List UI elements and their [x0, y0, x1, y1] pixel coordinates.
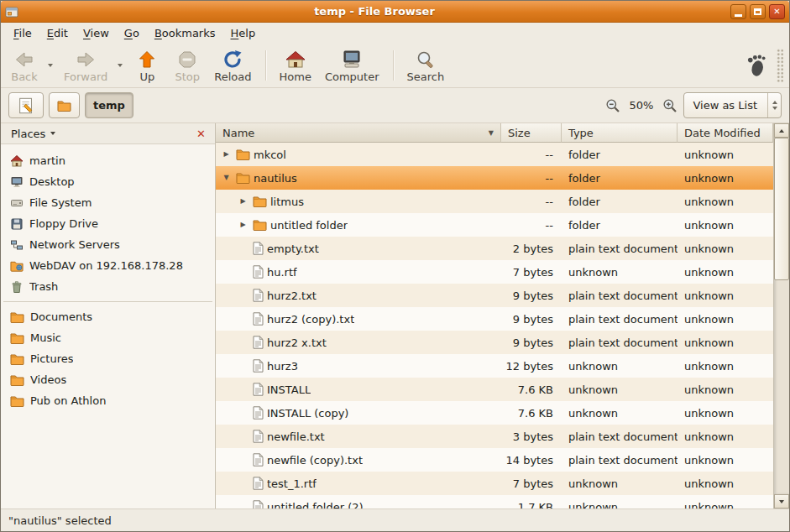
computer-icon: [342, 50, 362, 70]
sidebar-item-file-system[interactable]: File System: [1, 192, 215, 213]
toggle-location-entry-button[interactable]: [8, 92, 44, 118]
file-row-untitled-folder[interactable]: ▶untitled folder--folderunknown: [216, 213, 773, 237]
folder-icon: [253, 196, 267, 207]
expander-collapsed-icon[interactable]: ▶: [237, 222, 249, 228]
file-name: newfile (copy).txt: [267, 454, 363, 467]
sidebar-item-martin[interactable]: martin: [1, 150, 215, 171]
file-name-cell: newfile (copy).txt: [216, 448, 501, 472]
file-size: 7.6 KB: [501, 401, 562, 425]
sidebar-item-trash[interactable]: Trash: [1, 276, 215, 297]
menu-file[interactable]: File: [6, 24, 39, 42]
file-type: unknown: [562, 401, 678, 425]
scrollbar-thumb[interactable]: [774, 138, 789, 280]
sidebar-item-music[interactable]: Music: [1, 327, 215, 348]
file-row-empty-txt[interactable]: empty.txt2 bytesplain text documentunkno…: [216, 237, 773, 260]
file-row-hurz2-copy-txt[interactable]: hurz2 (copy).txt9 bytesplain text docume…: [216, 307, 773, 331]
places-selector[interactable]: Places: [8, 126, 59, 142]
sidebar-item-floppy-drive[interactable]: Floppy Drive: [1, 213, 215, 234]
network-icon: [10, 238, 24, 252]
file-row-hu-rtf[interactable]: hu.rtf7 bytesunknownunknown: [216, 260, 773, 284]
file-type: plain text document: [562, 307, 678, 331]
forward-button[interactable]: Forward: [57, 45, 114, 86]
file-type: folder: [562, 213, 678, 237]
close-button[interactable]: ✕: [769, 4, 785, 19]
menu-help[interactable]: Help: [223, 24, 264, 42]
file-size: --: [501, 213, 562, 237]
file-row-nautilus[interactable]: ▼nautilus--folderunknown: [216, 166, 773, 190]
view-mode-combo[interactable]: View as List: [683, 92, 782, 118]
stop-icon: [177, 50, 197, 70]
toolbar-button-label: Up: [139, 71, 154, 82]
back-history-dropdown[interactable]: [44, 54, 55, 78]
file-row-install[interactable]: INSTALL7.6 KBunknownunknown: [216, 378, 773, 401]
maximize-button[interactable]: [750, 4, 766, 19]
sort-indicator-icon: ▼: [484, 129, 494, 137]
menu-view[interactable]: View: [76, 24, 117, 42]
file-list-body: ▶mkcol--folderunknown▼nautilus--folderun…: [216, 143, 773, 509]
expander-expanded-icon[interactable]: ▼: [220, 175, 233, 181]
path-current-button[interactable]: temp: [85, 92, 133, 118]
file-row-litmus[interactable]: ▶litmus--folderunknown: [216, 190, 773, 213]
file-modified: unknown: [678, 284, 773, 307]
column-header-name[interactable]: Name▼: [216, 123, 501, 143]
toolbar-button-label: Home: [280, 71, 311, 82]
toolbar-separator: [393, 50, 394, 81]
file-name-cell: test_1.rtf: [216, 472, 501, 495]
back-button[interactable]: Back: [4, 45, 44, 86]
reload-button[interactable]: Reload: [207, 45, 258, 86]
sidebar-item-webdav-on-192-168-178-28[interactable]: WebDAV on 192.168.178.28: [1, 255, 215, 276]
file-row-test-1-rtf[interactable]: test_1.rtf7 bytesunknownunknown: [216, 472, 773, 495]
file-modified: unknown: [678, 401, 773, 425]
column-header-size[interactable]: Size: [501, 123, 562, 143]
file-size: 2 bytes: [501, 237, 562, 260]
text-file-icon: [253, 383, 264, 396]
file-row-newfile-txt[interactable]: newfile.txt3 bytesplain text documentunk…: [216, 425, 773, 448]
zoom-in-button[interactable]: [662, 97, 678, 114]
expander-collapsed-icon[interactable]: ▶: [237, 198, 249, 205]
file-name: hurz2.txt: [267, 289, 317, 302]
scroll-up-button[interactable]: [774, 123, 789, 138]
up-button[interactable]: Up: [127, 45, 167, 86]
file-name: hu.rtf: [267, 266, 297, 279]
column-header-date-modified[interactable]: Date Modified: [678, 123, 773, 143]
search-icon: [416, 50, 436, 70]
scroll-down-button[interactable]: [774, 494, 789, 509]
search-button[interactable]: Search: [400, 45, 452, 86]
sidebar-item-videos[interactable]: Videos: [1, 369, 215, 390]
file-row-untitled-folder-2[interactable]: untitled folder (2)1.7 KBunknownunknown: [216, 495, 773, 509]
file-row-hurz2-x-txt[interactable]: hurz2 x.txt9 bytesplain text documentunk…: [216, 331, 773, 354]
sidebar-item-network-servers[interactable]: Network Servers: [1, 234, 215, 255]
toolbar-grip-handle[interactable]: [776, 48, 783, 83]
sidebar-item-label: Videos: [30, 373, 66, 386]
stop-button[interactable]: Stop: [167, 45, 207, 86]
file-row-hurz3[interactable]: hurz312 bytesunknownunknown: [216, 354, 773, 378]
computer-button[interactable]: Computer: [318, 45, 386, 86]
file-row-newfile-copy-txt[interactable]: newfile (copy).txt14 bytesplain text doc…: [216, 448, 773, 472]
file-name-cell: ▶litmus: [216, 190, 501, 213]
menu-go[interactable]: Go: [117, 24, 147, 42]
back-arrow-icon: [13, 50, 35, 70]
file-modified: unknown: [678, 425, 773, 448]
sidebar-item-pub-on-athlon[interactable]: Pub on Athlon: [1, 390, 215, 411]
titlebar[interactable]: temp - File Browser ✕: [1, 1, 789, 23]
file-row-hurz2-txt[interactable]: hurz2.txt9 bytesplain text documentunkno…: [216, 284, 773, 307]
zoom-out-button[interactable]: [604, 97, 621, 114]
expander-collapsed-icon[interactable]: ▶: [220, 151, 233, 158]
sidebar-item-label: Pub on Athlon: [30, 394, 106, 407]
forward-history-dropdown[interactable]: [114, 54, 125, 78]
home-button[interactable]: Home: [273, 45, 318, 86]
minimize-button[interactable]: [730, 4, 746, 19]
sidebar-item-label: WebDAV on 192.168.178.28: [29, 259, 183, 272]
menu-bookmarks[interactable]: Bookmarks: [147, 24, 223, 42]
sidebar-item-desktop[interactable]: Desktop: [1, 171, 215, 192]
file-row-install-copy[interactable]: INSTALL (copy)7.6 KBunknownunknown: [216, 401, 773, 425]
sidebar-item-documents[interactable]: Documents: [1, 306, 215, 327]
file-row-mkcol[interactable]: ▶mkcol--folderunknown: [216, 143, 773, 166]
column-header-type[interactable]: Type: [562, 123, 678, 143]
sidebar-close-button[interactable]: ✕: [194, 128, 208, 140]
path-root-button[interactable]: [49, 92, 80, 118]
file-name-cell: newfile.txt: [216, 425, 501, 448]
scrollbar-track[interactable]: [774, 138, 789, 494]
menu-edit[interactable]: Edit: [39, 24, 76, 42]
sidebar-item-pictures[interactable]: Pictures: [1, 348, 215, 369]
